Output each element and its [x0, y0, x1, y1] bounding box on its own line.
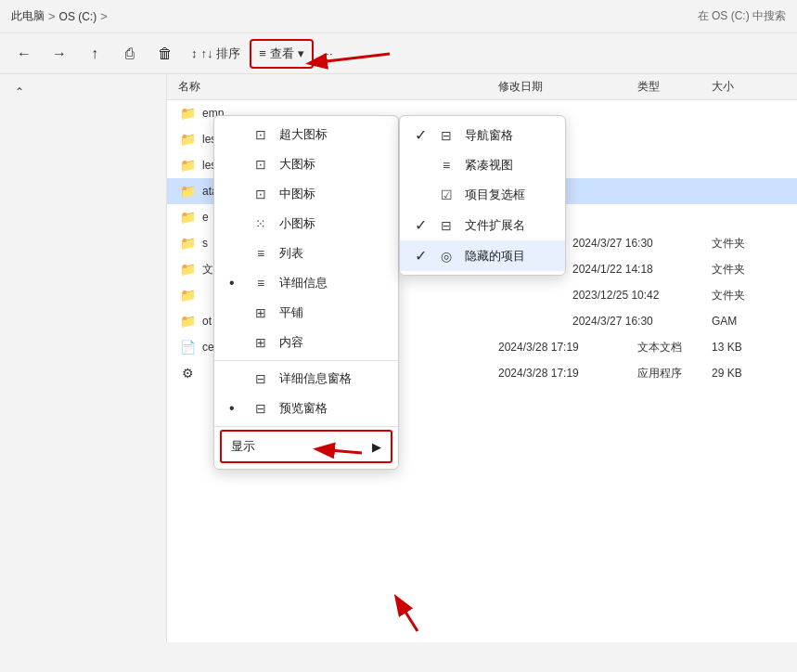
file-date: 2024/3/27 16:30	[572, 315, 712, 328]
submenu-label: 项目复选框	[465, 187, 550, 203]
breadcrumb-sep2: >	[100, 9, 108, 23]
file-type: 应用程序	[637, 366, 712, 381]
search-box[interactable]: 在 OS (C:) 中搜索	[687, 0, 797, 32]
search-label: 在 OS (C:) 中搜索	[698, 8, 786, 24]
sidebar-item-collapse[interactable]: ⌃	[0, 82, 166, 102]
menu-separator	[214, 360, 398, 361]
menu-item-details[interactable]: • ≡ 详细信息	[214, 268, 398, 298]
toolbar: ← → ↑ ⎙ 🗑 ↕ ↑↓ 排序 ≡ 查看 ▾ ···	[0, 33, 797, 74]
menu-label: 详细信息	[279, 275, 383, 291]
details-icon: ≡	[251, 276, 270, 291]
file-type: 文本文档	[637, 340, 712, 355]
breadcrumb-drive[interactable]: OS (C:)	[59, 10, 97, 23]
view-menu-icon: ≡	[259, 46, 266, 60]
forward-button[interactable]: →	[43, 37, 76, 71]
txt-icon: 📄	[178, 338, 197, 356]
folder-icon: 📁	[178, 130, 197, 149]
up-button[interactable]: ↑	[78, 37, 111, 71]
menu-label: 平铺	[279, 304, 383, 321]
menu-item-small[interactable]: ⁙ 小图标	[214, 209, 398, 239]
show-submenu: ✓ ⊟ 导航窗格 ≡ 紧凑视图 ☑ 项目复选框 ✓ ⊟ 文件扩展名 ✓ ◎ 隐藏…	[399, 115, 566, 276]
checked-bullet: ✓	[415, 216, 428, 234]
file-size: 29 KB	[712, 367, 786, 380]
menu-label: 超大图标	[279, 126, 383, 143]
menu-item-extensions[interactable]: ✓ ⊟ 文件扩展名	[400, 210, 565, 240]
menu-label: 详细信息窗格	[279, 370, 383, 387]
extra-large-icon: ⊡	[251, 127, 270, 142]
file-date: 2024/3/28 17:19	[498, 341, 637, 354]
sort-button[interactable]: ↕ ↑↓ 排序	[184, 37, 248, 71]
folder-icon: 📁	[178, 286, 197, 304]
submenu-label: 导航窗格	[465, 127, 550, 144]
submenu-label: 文件扩展名	[465, 217, 550, 234]
compact-icon: ≡	[437, 158, 456, 173]
view-label: 查看	[270, 45, 294, 62]
content-icon: ⊞	[251, 335, 270, 350]
hidden-icon: ◎	[437, 249, 456, 264]
menu-item-medium[interactable]: ⊡ 中图标	[214, 179, 398, 209]
menu-item-extra-large[interactable]: ⊡ 超大图标	[214, 120, 398, 149]
menu-label: 中图标	[279, 186, 383, 202]
menu-item-checkboxes[interactable]: ☑ 项目复选框	[400, 180, 565, 210]
show-arrow-icon: ▶	[372, 440, 381, 454]
col-header-date: 修改日期	[498, 79, 637, 95]
col-header-name: 名称	[178, 79, 498, 95]
checked-bullet: ✓	[415, 126, 428, 144]
menu-item-hidden-items[interactable]: ✓ ◎ 隐藏的项目	[400, 240, 565, 271]
sidebar: ⌃	[0, 74, 167, 642]
menu-label: 大图标	[279, 156, 383, 173]
menu-item-preview-pane[interactable]: • ⊟ 预览窗格	[214, 394, 398, 423]
delete-button[interactable]: 🗑	[148, 37, 182, 71]
submenu-label: 隐藏的项目	[465, 248, 550, 265]
file-list-header: 名称 修改日期 类型 大小	[167, 74, 797, 100]
more-button[interactable]: ···	[315, 37, 341, 71]
medium-icon: ⊡	[251, 187, 270, 201]
menu-label: 预览窗格	[279, 400, 383, 417]
file-date: 2024/1/22 14:18	[572, 263, 712, 276]
folder-icon: 📁	[178, 182, 197, 200]
menu-item-show[interactable]: 显示 ▶	[220, 430, 392, 463]
menu-item-large[interactable]: ⊡ 大图标	[214, 149, 398, 179]
preview-pane-icon: ⊟	[251, 401, 270, 416]
file-date: 2023/12/25 10:42	[572, 289, 712, 302]
menu-item-details-pane[interactable]: ⊟ 详细信息窗格	[214, 364, 398, 394]
menu-label: 小图标	[279, 215, 383, 232]
file-date: 2024/3/27 16:30	[572, 237, 712, 250]
checkboxes-icon: ☑	[437, 187, 456, 202]
menu-separator	[214, 426, 398, 427]
small-icon: ⁙	[251, 216, 270, 231]
details-pane-icon: ⊟	[251, 371, 270, 386]
menu-item-compact[interactable]: ≡ 紧凑视图	[400, 150, 565, 180]
large-icon: ⊡	[251, 157, 270, 172]
view-button[interactable]: ≡ 查看 ▾	[250, 39, 314, 69]
menu-item-tiles[interactable]: ⊞ 平铺	[214, 298, 398, 328]
sort-label: ↑↓ 排序	[201, 45, 241, 62]
menu-item-content[interactable]: ⊞ 内容	[214, 328, 398, 357]
folder-icon: 📁	[178, 260, 197, 278]
folder-icon: 📁	[178, 234, 197, 252]
back-button[interactable]: ←	[7, 37, 41, 71]
more-label: ···	[323, 46, 333, 60]
file-type: GAM	[712, 315, 786, 328]
breadcrumb: 此电脑 > OS (C:) > 在 OS (C:) 中搜索	[0, 0, 797, 33]
menu-label: 列表	[279, 245, 383, 262]
checked-bullet: ✓	[415, 247, 428, 265]
file-type: 文件夹	[712, 288, 786, 304]
menu-item-nav-pane[interactable]: ✓ ⊟ 导航窗格	[400, 120, 565, 150]
list-icon: ≡	[251, 246, 270, 261]
submenu-label: 紧凑视图	[465, 157, 550, 174]
breadcrumb-home[interactable]: 此电脑	[11, 8, 45, 24]
folder-icon: 📁	[178, 156, 197, 174]
view-dropdown-menu: ⊡ 超大图标 ⊡ 大图标 ⊡ 中图标 ⁙ 小图标 ≡ 列表 • ≡ 详细信息	[213, 115, 399, 470]
extensions-icon: ⊟	[437, 218, 456, 233]
main-area: ⌃ 名称 修改日期 类型 大小 📁 emp 📁 les 📁 les (x86) …	[0, 74, 797, 642]
nav-pane-icon: ⊟	[437, 128, 456, 143]
file-date: 2024/3/28 17:19	[498, 367, 637, 380]
col-header-type: 类型	[637, 79, 712, 95]
tiles-icon: ⊞	[251, 305, 270, 320]
folder-icon: 📁	[178, 208, 197, 226]
share-button[interactable]: ⎙	[113, 37, 147, 71]
menu-item-list[interactable]: ≡ 列表	[214, 239, 398, 268]
checked-bullet: •	[229, 275, 242, 291]
col-header-size: 大小	[712, 79, 786, 95]
